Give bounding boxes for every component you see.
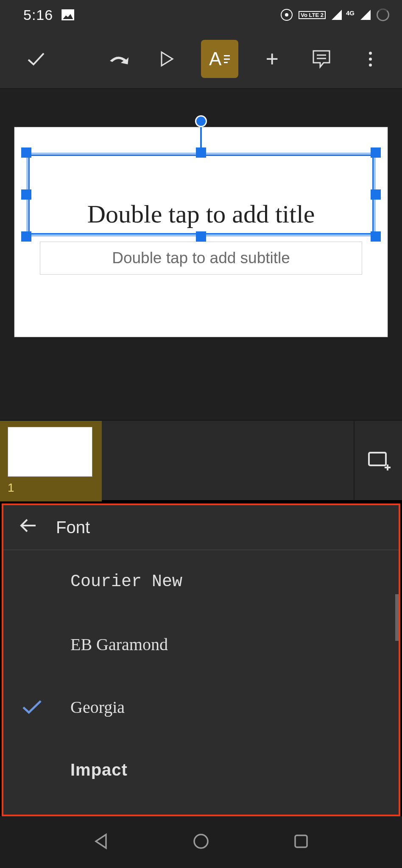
scrollbar-thumb[interactable] — [395, 594, 399, 641]
plus-icon: + — [266, 46, 279, 72]
font-name: EB Garamond — [70, 634, 168, 654]
title-textbox[interactable]: Double tap to add title — [26, 153, 376, 236]
done-button[interactable] — [17, 40, 54, 78]
comment-button[interactable] — [303, 40, 340, 78]
status-time: 5:16 — [23, 7, 53, 23]
slide-filmstrip: 1 — [0, 420, 402, 500]
nav-home-button[interactable] — [192, 832, 210, 852]
more-vertical-icon — [369, 52, 372, 67]
slide-canvas-area[interactable]: Double tap to add title Double tap to ad… — [0, 89, 402, 420]
panel-title: Font — [56, 518, 90, 537]
undo-icon — [106, 50, 129, 67]
new-slide-button[interactable] — [367, 450, 393, 471]
nav-recent-icon — [292, 832, 310, 851]
rotation-stem — [200, 126, 202, 152]
signal-icon-2 — [360, 10, 371, 20]
title-placeholder-text: Double tap to add title — [26, 153, 376, 236]
svg-marker-0 — [162, 52, 173, 66]
back-button[interactable] — [19, 516, 37, 539]
font-option-georgia[interactable]: Georgia — [3, 676, 399, 738]
rotation-handle[interactable] — [195, 115, 207, 127]
editor-toolbar: A + — [0, 30, 402, 89]
font-option-eb-garamond[interactable]: EB Garamond — [3, 613, 399, 676]
system-nav-bar — [0, 816, 402, 868]
font-option-courier-new[interactable]: Courier New — [3, 550, 399, 613]
slide[interactable]: Double tap to add title Double tap to ad… — [14, 127, 388, 337]
screenshot-icon — [61, 9, 74, 20]
subtitle-textbox[interactable]: Double tap to add subtitle — [40, 242, 362, 275]
signal-icon-1 — [332, 10, 342, 20]
loading-spinner-icon — [377, 8, 389, 21]
subtitle-placeholder-text: Double tap to add subtitle — [112, 249, 290, 267]
data-4g-label: 4G — [346, 9, 355, 17]
thumbnail-preview — [8, 427, 92, 477]
svg-point-8 — [194, 835, 208, 848]
font-name: Courier New — [70, 572, 182, 591]
text-format-glyph: A — [209, 48, 221, 70]
undo-button[interactable] — [99, 40, 136, 78]
status-bar: 5:16 Vo LTE 2 4G — [0, 0, 402, 30]
font-list[interactable]: Courier New EB Garamond Georgia Impact L… — [3, 550, 399, 839]
slide-thumbnail-1[interactable]: 1 — [0, 421, 102, 501]
font-name: Georgia — [70, 697, 125, 717]
check-icon — [25, 48, 46, 70]
new-slide-icon — [367, 450, 393, 471]
volte-badge: Vo LTE 2 — [299, 11, 326, 19]
nav-home-icon — [192, 832, 210, 851]
play-icon — [160, 50, 174, 67]
nav-recent-button[interactable] — [292, 832, 310, 852]
comment-icon — [312, 49, 331, 69]
svg-marker-7 — [96, 835, 106, 848]
slide-number: 1 — [8, 481, 94, 495]
selected-check-icon — [21, 699, 42, 715]
font-name: Impact — [70, 760, 128, 779]
text-format-button[interactable]: A — [201, 40, 238, 78]
font-option-impact[interactable]: Impact — [3, 738, 399, 801]
font-panel: Font Courier New EB Garamond Georgia Imp… — [2, 504, 400, 816]
svg-rect-9 — [295, 835, 307, 847]
present-button[interactable] — [148, 40, 186, 78]
text-lines-icon — [224, 55, 230, 63]
svg-rect-3 — [369, 453, 386, 465]
insert-button[interactable]: + — [254, 40, 291, 78]
nav-back-icon — [92, 832, 110, 851]
more-button[interactable] — [352, 40, 389, 78]
hotspot-icon — [281, 9, 293, 21]
nav-back-button[interactable] — [92, 832, 110, 852]
font-panel-header: Font — [3, 505, 399, 550]
arrow-left-icon — [19, 516, 37, 535]
filmstrip-divider — [354, 421, 355, 500]
